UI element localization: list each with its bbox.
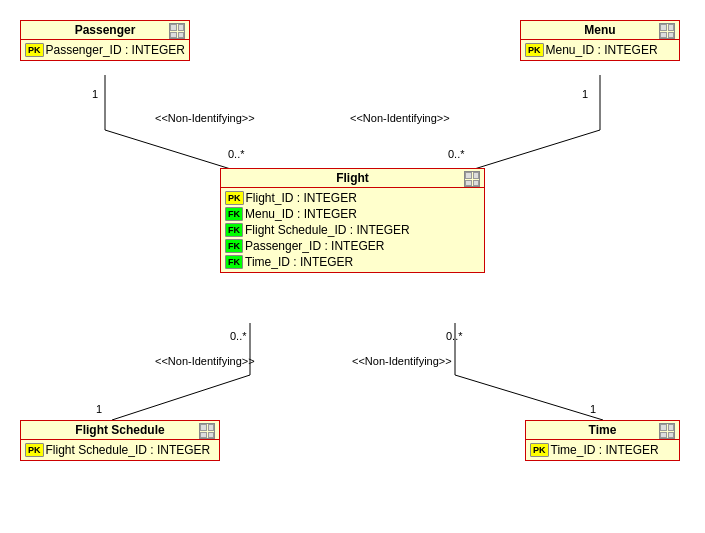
flight-field-4: Time_ID : INTEGER [245,255,353,269]
card-flight-to-schedule: 0..* [230,330,247,342]
card-flight-to-time: 0..* [446,330,463,342]
card-flight-from-menu: 0..* [448,148,465,160]
flight-pk-badge: PK [225,191,244,205]
passenger-field-0: Passenger_ID : INTEGER [46,43,185,57]
flight-field-2: Flight Schedule_ID : INTEGER [245,223,410,237]
time-pk-badge: PK [530,443,549,457]
entity-passenger-body: PK Passenger_ID : INTEGER [21,40,189,60]
menu-grid-icon [659,23,675,39]
time-field-0: Time_ID : INTEGER [551,443,659,457]
entity-time-title: Time [589,423,617,437]
card-menu-1: 1 [582,88,588,100]
entity-time: Time PK Time_ID : INTEGER [525,420,680,461]
flight-schedule-row-0: PK Flight Schedule_ID : INTEGER [25,442,215,458]
flight-fk-badge-1: FK [225,207,243,221]
entity-flight-schedule-body: PK Flight Schedule_ID : INTEGER [21,440,219,460]
entity-menu-header: Menu [521,21,679,40]
flight-schedule-grid-icon [199,423,215,439]
card-flight-from-passenger: 0..* [228,148,245,160]
flight-fk-badge-2: FK [225,223,243,237]
flight-fk-badge-3: FK [225,239,243,253]
flight-row-3: FK Passenger_ID : INTEGER [225,238,480,254]
entity-flight-title: Flight [336,171,369,185]
flight-row-4: FK Time_ID : INTEGER [225,254,480,270]
entity-menu-title: Menu [584,23,615,37]
rel4-label: <<Non-Identifying>> [352,355,452,367]
flight-row-1: FK Menu_ID : INTEGER [225,206,480,222]
flight-row-0: PK Flight_ID : INTEGER [225,190,480,206]
card-passenger-1: 1 [92,88,98,100]
flight-schedule-pk-badge: PK [25,443,44,457]
rel2-label: <<Non-Identifying>> [350,112,450,124]
menu-field-0: Menu_ID : INTEGER [546,43,658,57]
passenger-row-0: PK Passenger_ID : INTEGER [25,42,185,58]
flight-fk-badge-4: FK [225,255,243,269]
passenger-pk-badge: PK [25,43,44,57]
entity-time-header: Time [526,421,679,440]
passenger-grid-icon [169,23,185,39]
entity-passenger-title: Passenger [75,23,136,37]
menu-pk-badge: PK [525,43,544,57]
entity-passenger-header: Passenger [21,21,189,40]
time-row-0: PK Time_ID : INTEGER [530,442,675,458]
menu-row-0: PK Menu_ID : INTEGER [525,42,675,58]
entity-flight-schedule: Flight Schedule PK Flight Schedule_ID : … [20,420,220,461]
svg-line-7 [455,375,603,420]
svg-line-5 [112,375,250,420]
entity-time-body: PK Time_ID : INTEGER [526,440,679,460]
flight-field-3: Passenger_ID : INTEGER [245,239,384,253]
rel3-label: <<Non-Identifying>> [155,355,255,367]
diagram-container: <<Non-Identifying>> <<Non-Identifying>> … [0,0,705,533]
entity-passenger: Passenger PK Passenger_ID : INTEGER [20,20,190,61]
card-schedule-1: 1 [96,403,102,415]
entity-flight-schedule-header: Flight Schedule [21,421,219,440]
time-grid-icon [659,423,675,439]
entity-flight-schedule-title: Flight Schedule [75,423,164,437]
entity-flight: Flight PK Flight_ID : INTEGER FK Menu_ID… [220,168,485,273]
flight-schedule-field-0: Flight Schedule_ID : INTEGER [46,443,211,457]
entity-flight-body: PK Flight_ID : INTEGER FK Menu_ID : INTE… [221,188,484,272]
entity-menu: Menu PK Menu_ID : INTEGER [520,20,680,61]
rel1-label: <<Non-Identifying>> [155,112,255,124]
card-time-1: 1 [590,403,596,415]
entity-menu-body: PK Menu_ID : INTEGER [521,40,679,60]
flight-field-0: Flight_ID : INTEGER [246,191,357,205]
flight-field-1: Menu_ID : INTEGER [245,207,357,221]
flight-row-2: FK Flight Schedule_ID : INTEGER [225,222,480,238]
flight-grid-icon [464,171,480,187]
entity-flight-header: Flight [221,169,484,188]
